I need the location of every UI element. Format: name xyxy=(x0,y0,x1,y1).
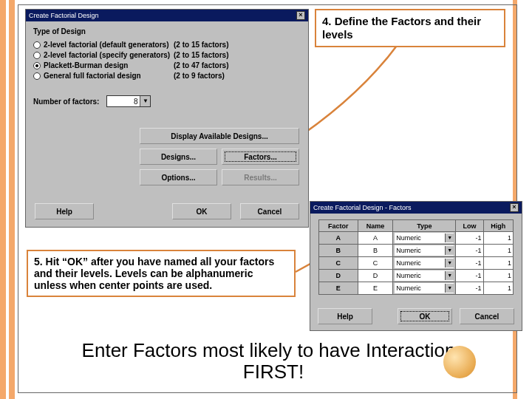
type-cell[interactable]: Numeric▼ xyxy=(393,257,456,270)
radio-icon xyxy=(33,72,41,80)
high-cell[interactable]: 1 xyxy=(483,282,513,295)
table-row: CCNumeric▼-11 xyxy=(319,257,514,270)
help-button[interactable]: Help xyxy=(35,203,94,219)
option-range: (2 to 47 factors) xyxy=(174,61,228,69)
dialog-titlebar: Create Factorial Design × xyxy=(26,10,308,21)
design-type-option[interactable]: 2-level factorial (specify generators)(2… xyxy=(33,51,301,59)
radio-icon xyxy=(33,62,41,69)
name-cell[interactable]: E xyxy=(358,282,393,295)
type-cell[interactable]: Numeric▼ xyxy=(393,232,456,245)
radio-icon xyxy=(33,52,41,59)
option-range: (2 to 9 factors) xyxy=(174,72,225,80)
column-header: Low xyxy=(456,220,483,232)
high-cell[interactable]: 1 xyxy=(483,270,513,282)
factor-cell: B xyxy=(319,245,358,257)
column-header: High xyxy=(483,220,513,232)
name-cell[interactable]: D xyxy=(358,270,393,282)
high-cell[interactable]: 1 xyxy=(483,245,513,257)
column-header: Type xyxy=(393,220,456,232)
high-cell[interactable]: 1 xyxy=(483,257,513,270)
low-cell[interactable]: -1 xyxy=(456,257,483,270)
high-cell[interactable]: 1 xyxy=(483,232,513,245)
chevron-down-icon: ▼ xyxy=(445,259,454,267)
type-cell[interactable]: Numeric▼ xyxy=(393,245,456,257)
factor-cell: A xyxy=(319,232,358,245)
create-factorial-design-dialog: Create Factorial Design × Type of Design… xyxy=(25,9,309,228)
factor-cell: C xyxy=(319,257,358,270)
column-header: Factor xyxy=(319,220,358,232)
type-cell[interactable]: Numeric▼ xyxy=(393,270,456,282)
cancel-button[interactable]: Cancel xyxy=(460,308,514,324)
ok-button[interactable]: OK xyxy=(172,203,231,219)
chevron-down-icon: ▼ xyxy=(140,96,150,106)
low-cell[interactable]: -1 xyxy=(456,232,483,245)
factors-dialog: Create Factorial Design - Factors × Fact… xyxy=(310,201,522,331)
option-label: 2-level factorial (default generators) xyxy=(44,41,174,49)
name-cell[interactable]: C xyxy=(358,257,393,270)
dialog-titlebar: Create Factorial Design - Factors × xyxy=(310,202,522,214)
table-row: EENumeric▼-11 xyxy=(319,282,514,295)
chevron-down-icon: ▼ xyxy=(445,246,454,255)
option-label: General full factorial design xyxy=(44,72,174,80)
low-cell[interactable]: -1 xyxy=(456,282,483,295)
chevron-down-icon: ▼ xyxy=(445,233,454,242)
design-type-option[interactable]: General full factorial design(2 to 9 fac… xyxy=(33,72,301,80)
display-available-designs-button[interactable]: Display Available Designs... xyxy=(140,128,299,144)
number-of-factors-label: Number of factors: xyxy=(33,98,99,106)
name-cell[interactable]: B xyxy=(358,245,393,257)
low-cell[interactable]: -1 xyxy=(456,245,483,257)
number-of-factors-select[interactable]: 8 ▼ xyxy=(106,95,151,107)
type-cell[interactable]: Numeric▼ xyxy=(393,282,456,295)
chevron-down-icon: ▼ xyxy=(445,271,454,280)
cancel-button[interactable]: Cancel xyxy=(240,203,299,219)
name-cell[interactable]: A xyxy=(358,232,393,245)
close-icon[interactable]: × xyxy=(296,11,305,20)
option-range: (2 to 15 factors) xyxy=(174,41,228,49)
design-type-option[interactable]: Plackett-Burman design(2 to 47 factors) xyxy=(33,61,301,69)
factor-cell: D xyxy=(319,270,358,282)
factors-button[interactable]: Factors... xyxy=(222,149,299,165)
ok-button[interactable]: OK xyxy=(398,308,452,324)
column-header: Name xyxy=(358,220,393,232)
type-of-design-label: Type of Design xyxy=(26,21,308,38)
dialog-title: Create Factorial Design xyxy=(29,12,99,19)
callout-step-4: 4. Define the Factors and their levels xyxy=(315,9,505,47)
option-label: 2-level factorial (specify generators) xyxy=(44,51,174,59)
callout-step-5: 5. Hit “OK” after you have named all you… xyxy=(27,250,296,297)
number-of-factors-value: 8 xyxy=(107,98,140,106)
instruction-text: Enter Factors most likely to have Intera… xyxy=(81,340,466,382)
option-range: (2 to 15 factors) xyxy=(174,51,228,59)
low-cell[interactable]: -1 xyxy=(456,270,483,282)
designs-button[interactable]: Designs... xyxy=(140,149,217,165)
factors-table: FactorNameTypeLowHigh AANumeric▼-11BBNum… xyxy=(318,219,514,295)
help-button[interactable]: Help xyxy=(318,308,372,324)
close-icon[interactable]: × xyxy=(510,203,519,212)
radio-icon xyxy=(33,41,41,49)
table-row: DDNumeric▼-11 xyxy=(319,270,514,282)
chevron-down-icon: ▼ xyxy=(445,284,454,293)
options-button[interactable]: Options... xyxy=(140,169,217,185)
option-label: Plackett-Burman design xyxy=(44,61,174,69)
design-type-option[interactable]: 2-level factorial (default generators)(2… xyxy=(33,41,301,49)
table-row: BBNumeric▼-11 xyxy=(319,245,514,257)
dialog-title: Create Factorial Design - Factors xyxy=(313,204,412,211)
factor-cell: E xyxy=(319,282,358,295)
decorative-sphere xyxy=(443,346,476,378)
results-button: Results... xyxy=(222,169,299,185)
table-row: AANumeric▼-11 xyxy=(319,232,514,245)
